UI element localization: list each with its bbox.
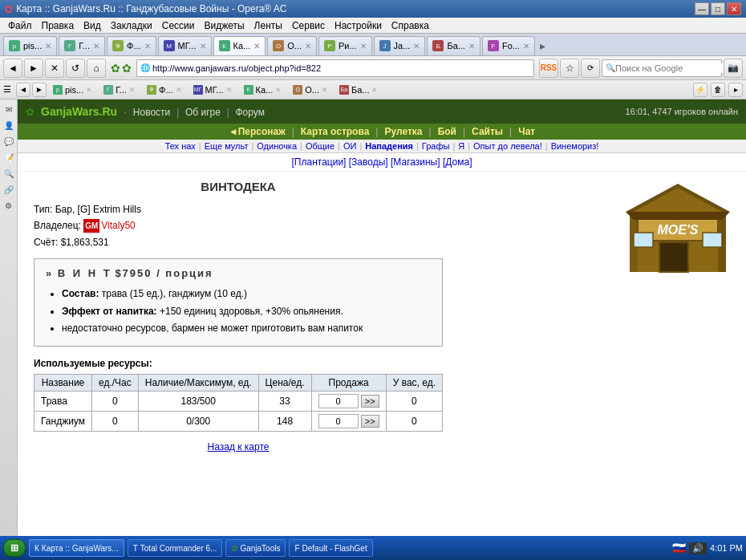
sidebar-icon-links[interactable]: 🔗 [2, 183, 15, 196]
nav-roulette[interactable]: Рулетка [384, 126, 422, 137]
sidebar-icon-mail[interactable]: ✉ [2, 103, 15, 116]
nav-news[interactable]: Новости [133, 107, 170, 118]
menu-file[interactable]: Файл [3, 18, 37, 33]
sidebar-icon-notes[interactable]: 📝 [2, 151, 15, 164]
sub-nav-solo[interactable]: Одиночка [257, 141, 297, 151]
maximize-button[interactable]: □ [711, 2, 725, 15]
menu-widgets[interactable]: Виджеты [199, 18, 249, 33]
sub-nav-oi[interactable]: ОИ [343, 141, 356, 151]
menu-bookmarks[interactable]: Закладки [106, 18, 157, 33]
tab-9[interactable]: F Fo... ✕ [482, 36, 535, 55]
bookmark-close-3[interactable]: ✕ [226, 86, 233, 94]
taskbar-item-0[interactable]: К Карта :: GanjaWars... [29, 539, 124, 557]
sidebar-icon-search[interactable]: 🔍 [2, 167, 15, 180]
tab-close-6[interactable]: ✕ [360, 42, 367, 51]
nav-about[interactable]: Об игре [185, 107, 221, 118]
bookmark-close-5[interactable]: ✕ [322, 86, 328, 94]
bookmark-close-1[interactable]: ✕ [129, 86, 136, 94]
nav-forum[interactable]: Форум [236, 107, 265, 118]
nav-character[interactable]: ◄Персонаж [229, 126, 286, 137]
owner-link[interactable]: Vitaly50 [101, 220, 135, 231]
sub-nav-vino[interactable]: Винемориз! [551, 141, 599, 151]
menu-service[interactable]: Сервис [287, 18, 330, 33]
address-bar-container[interactable]: 🌐 [136, 59, 534, 77]
menu-view[interactable]: Вид [79, 18, 106, 33]
nav-chat[interactable]: Чат [518, 126, 535, 137]
breadcrumb-factories[interactable]: [Заводы] [349, 156, 388, 168]
taskbar-item-3[interactable]: F Default - FlashGet [289, 539, 372, 557]
bookmark-5[interactable]: О О... ✕ [288, 82, 333, 98]
bookmark-close-4[interactable]: ✕ [275, 86, 282, 94]
tab-8[interactable]: Б Ба... ✕ [427, 36, 480, 55]
reload2-button[interactable]: ⟳ [581, 59, 600, 78]
bm-right-btn1[interactable]: ⚡ [693, 83, 707, 97]
tab-5[interactable]: О О... ✕ [267, 36, 317, 55]
stop-button[interactable]: ✕ [45, 59, 64, 78]
bookmark-6[interactable]: Ба Ба... ✕ [334, 82, 383, 98]
start-button[interactable]: ⊞ [3, 539, 26, 557]
breadcrumb-shops[interactable]: [Магазины] [391, 156, 440, 168]
tab-close-1[interactable]: ✕ [93, 42, 99, 51]
row1-sell-input[interactable] [318, 414, 359, 428]
tab-close-8[interactable]: ✕ [468, 42, 475, 51]
rss-button[interactable]: RSS [539, 59, 558, 78]
bookmark-close-6[interactable]: ✕ [371, 86, 378, 94]
tab-close-4[interactable]: ✕ [253, 42, 260, 51]
nav-map[interactable]: Карта острова [301, 126, 369, 137]
tab-close-7[interactable]: ✕ [413, 42, 420, 51]
sidebar-icon-contacts[interactable]: 👤 [2, 119, 15, 132]
tab-3[interactable]: М МГ... ✕ [158, 36, 212, 55]
bookmark-4[interactable]: К Ка... ✕ [239, 82, 287, 98]
close-button[interactable]: ✕ [727, 2, 741, 15]
menu-edit[interactable]: Правка [37, 18, 79, 33]
sidebar-icon-settings[interactable]: ⚙ [2, 199, 15, 212]
search-bar-container[interactable]: 🔍 ▼ [602, 59, 722, 77]
camera-button[interactable]: 📷 [724, 59, 743, 78]
bookmarks-bar-toggle[interactable]: ☰ [3, 84, 11, 95]
window-controls[interactable]: — □ ✕ [695, 2, 741, 15]
sidebar-icon-chat[interactable]: 💬 [2, 135, 15, 148]
breadcrumb-plantations[interactable]: [Плантации] [292, 156, 347, 168]
row1-sell-button[interactable]: >> [361, 415, 379, 428]
sub-nav-attacks[interactable]: Нападения [365, 141, 413, 151]
sub-nav-common[interactable]: Общие [306, 141, 334, 151]
sub-nav-graphs[interactable]: Графы [422, 141, 450, 151]
tab-close-9[interactable]: ✕ [523, 42, 529, 51]
bookmark-close-2[interactable]: ✕ [176, 86, 182, 94]
address-bar[interactable] [152, 63, 530, 73]
bookmark-3[interactable]: МГ МГ... ✕ [189, 82, 237, 98]
sub-nav-technah[interactable]: Тех нах [165, 141, 196, 151]
sub-nav-ya[interactable]: Я [458, 141, 464, 151]
tab-1[interactable]: Г Г... ✕ [59, 36, 105, 55]
menu-feeds[interactable]: Ленты [249, 18, 287, 33]
menu-settings[interactable]: Настройки [330, 18, 387, 33]
tab-scroll-right[interactable]: ▸ [540, 39, 553, 52]
bm-nav-left[interactable]: ◄ [16, 83, 30, 97]
minimize-button[interactable]: — [695, 2, 709, 15]
sub-nav-mult[interactable]: Еще мульт [205, 141, 249, 151]
tab-close-3[interactable]: ✕ [200, 42, 206, 51]
row0-sell-input[interactable] [318, 394, 359, 408]
refresh-button[interactable]: ↺ [66, 59, 85, 78]
tab-close-2[interactable]: ✕ [144, 42, 151, 51]
breadcrumb-homes[interactable]: [Дома] [443, 156, 472, 168]
taskbar-item-2[interactable]: ✿ GanjaTools [225, 539, 286, 557]
tab-0[interactable]: p pis... ✕ [3, 36, 57, 55]
menu-sessions[interactable]: Сессии [157, 18, 200, 33]
bookmark-close-0[interactable]: ✕ [86, 86, 92, 94]
bookmark-0[interactable]: p pis... ✕ [48, 82, 97, 98]
taskbar-speaker-icon[interactable]: 🔊 [689, 542, 707, 554]
star-button[interactable]: ☆ [560, 59, 579, 78]
nav-battle[interactable]: Бой [438, 126, 456, 137]
taskbar-lang-icon[interactable]: 🇷🇺 [672, 542, 686, 554]
bookmark-1[interactable]: Г Г... ✕ [99, 82, 140, 98]
sub-nav-exp[interactable]: Опыт до левела! [473, 141, 542, 151]
back-link[interactable]: Назад к карте [208, 441, 270, 452]
search-input[interactable] [615, 63, 726, 73]
taskbar-item-1[interactable]: Т Total Commander 6... [128, 539, 223, 557]
tab-2[interactable]: Ф Ф... ✕ [107, 36, 156, 55]
tab-7[interactable]: J Ja... ✕ [374, 36, 426, 55]
bm-right-btn2[interactable]: 🗑 [711, 83, 725, 97]
tab-close-0[interactable]: ✕ [45, 42, 51, 51]
row0-sell-button[interactable]: >> [361, 395, 379, 408]
